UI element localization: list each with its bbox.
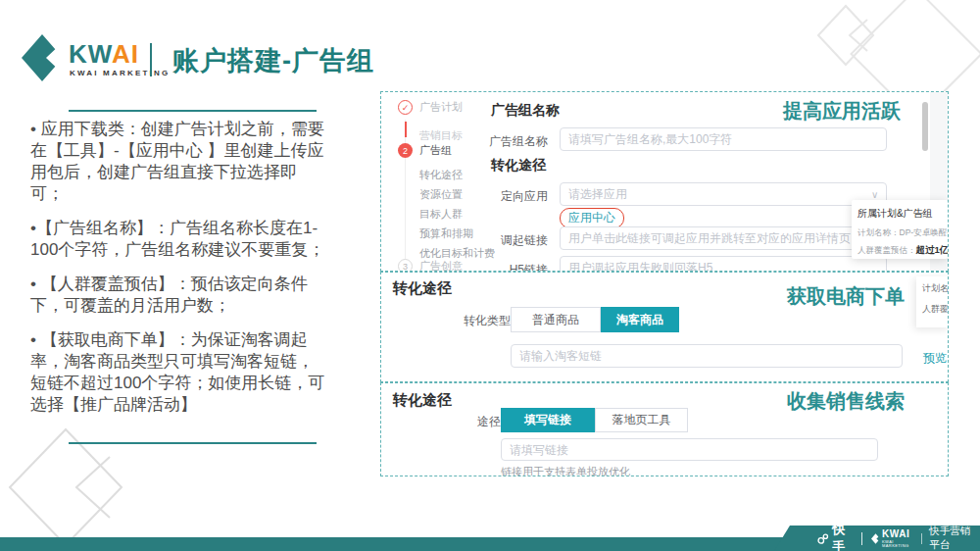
slide: KWAI KWAI MARKETING 账户搭建-广告组 • 应用下载类：创建广… — [0, 0, 980, 551]
option-normal-goods[interactable]: 普通商品 — [511, 307, 601, 332]
step-number-icon: 3 — [398, 259, 413, 272]
conversion-heading: 转化途径 — [491, 157, 546, 175]
plan-card-title: 所属计划&广告组 — [858, 207, 942, 221]
option-landing-page-tool[interactable]: 落地页工具 — [595, 408, 688, 432]
notes-bottom-rule — [69, 442, 317, 444]
logo-kw: KW — [69, 39, 112, 69]
stepper-sub-budget[interactable]: 预算和排期 — [419, 226, 473, 241]
panel-sales-leads: 转化途径 收集销售线索 途径 填写链接 落地页工具 链接用于支持表单投放优化 — [380, 382, 949, 476]
note-bullet: • 【获取电商下单】：为保证淘客调起率，淘客商品类型只可填写淘客短链，短链不超过… — [30, 329, 326, 416]
kwai-icon — [871, 532, 880, 545]
note-bullet: • 应用下载类：创建广告计划之前，需要在【工具】-【应用中心 】里创建上传应用包… — [30, 119, 326, 205]
stepper-rail — [405, 120, 406, 263]
note-bullet: • 【人群覆盖预估】：预估该定向条件下，可覆盖的月活用户数； — [30, 274, 326, 317]
step-label: 广告创意 — [419, 259, 463, 272]
group-name-input[interactable] — [560, 127, 887, 151]
kwai-text: KWAI — [882, 529, 914, 539]
wizard-stepper: ✓ 广告计划 营销目标 2 广告组 转化途径 资源位置 目标人群 预算和排期 优… — [389, 100, 487, 272]
plan-name-label: 计划名称： — [858, 227, 900, 237]
logo-ai: AI — [112, 39, 139, 69]
footer-divider — [861, 532, 862, 545]
panel-ecommerce-order: 转化途径 获取电商下单 计划名 人群覆 转化类型 普通商品 淘客商品 预览 — [380, 272, 949, 382]
step-label: 广告计划 — [419, 100, 463, 115]
header-divider — [150, 43, 152, 76]
stepper-sub-audience[interactable]: 目标人群 — [419, 207, 463, 222]
step-number-icon: 2 — [398, 143, 413, 158]
chevron-outline-decoration — [8, 427, 123, 547]
footer-brand-bar: 快手 KWAI KWAI MARKETING 快手营销平台 — [774, 526, 980, 551]
kwai-logo-icon — [22, 34, 63, 81]
link-helper-text: 链接用于支持表单投放优化 — [501, 465, 630, 476]
h5-link-input[interactable] — [560, 256, 887, 272]
annotation-sales-leads: 收集销售线索 — [787, 388, 905, 415]
plan-card-fragment: 计划名 人群覆 — [916, 276, 949, 327]
audience-value: 超过1亿 — [916, 244, 949, 255]
stepper-sub-marketing-goal[interactable]: 营销目标 — [419, 128, 463, 143]
note-bullet: •【广告组名称】：广告组名称长度在1-100个字符，广告组名称建议不要重复； — [30, 218, 326, 261]
h5-link-label: H5链接 — [479, 262, 548, 272]
platform-name: 快手营销平台 — [929, 525, 980, 551]
conversion-heading: 转化途径 — [393, 391, 452, 410]
group-name-heading: 广告组名称 — [491, 102, 560, 120]
kuaishou-icon — [817, 531, 829, 546]
annotation-ecommerce: 获取电商下单 — [787, 283, 905, 310]
lead-link-input[interactable] — [501, 438, 878, 461]
stepper-step-creative[interactable]: 3 广告创意 — [389, 259, 463, 272]
kwai-logo-text: KWAI — [69, 39, 139, 70]
stepper-sub-conversion[interactable]: 转化途径 — [419, 168, 463, 182]
logo-subtitle: KWAI MARKETING — [70, 69, 170, 77]
footer-divider — [921, 533, 922, 544]
plan-summary-card: 所属计划&广告组 计划名称：DP-安卓唤醒-2.26 人群覆盖预估：超过1亿 — [852, 200, 948, 259]
scrollbar-thumb[interactable] — [922, 102, 928, 151]
chevron-down-icon[interactable]: ∨ — [871, 189, 878, 200]
option-fill-link[interactable]: 填写链接 — [501, 408, 595, 432]
stepper-step-adplan[interactable]: ✓ 广告计划 — [389, 100, 463, 115]
stepper-connector — [405, 122, 407, 137]
conversion-heading: 转化途径 — [393, 279, 452, 298]
app-select[interactable] — [560, 182, 887, 206]
audience-label: 人群覆盖预估： — [858, 245, 916, 255]
option-taoke-goods[interactable]: 淘客商品 — [601, 307, 679, 332]
check-circle-icon: ✓ — [398, 100, 413, 115]
fragment-line: 人群覆 — [922, 303, 949, 316]
app-center-link[interactable]: 应用中心 — [560, 208, 624, 228]
group-name-label: 广告组名称 — [479, 133, 548, 150]
notes-top-rule — [69, 110, 317, 112]
notes-block: • 应用下载类：创建广告计划之前，需要在【工具】-【应用中心 】里创建上传应用包… — [30, 119, 326, 428]
step-label: 广告组 — [419, 143, 452, 158]
kuaishou-wordmark: 快手 — [832, 521, 853, 551]
conversion-type-label: 转化类型 — [442, 313, 511, 329]
app-select-label: 定向应用 — [479, 188, 548, 205]
invoke-link-input[interactable] — [560, 226, 887, 250]
preview-link[interactable]: 预览 — [923, 350, 947, 367]
kwai-subtext: KWAI MARKETING — [882, 540, 914, 548]
panel-app-activation: ✓ 广告计划 营销目标 2 广告组 转化途径 资源位置 目标人群 预算和排期 优… — [380, 91, 949, 272]
taoke-link-input[interactable] — [511, 344, 903, 368]
plan-name-row: 计划名称：DP-安卓唤醒-2.26 — [858, 227, 942, 239]
stepper-sub-placement[interactable]: 资源位置 — [419, 187, 463, 202]
annotation-app-activation: 提高应用活跃 — [783, 98, 901, 125]
page-title: 账户搭建-广告组 — [172, 43, 374, 78]
fragment-line: 计划名 — [922, 282, 949, 295]
plan-name-value: DP-安卓唤醒-2.26 — [900, 227, 949, 237]
path-label: 途径 — [432, 414, 501, 430]
kwai-wordmark: KWAI KWAI MARKETING — [882, 529, 914, 548]
invoke-link-label: 调起链接 — [479, 232, 548, 249]
stepper-step-adgroup[interactable]: 2 广告组 — [389, 143, 452, 158]
audience-row: 人群覆盖预估：超过1亿 — [858, 244, 942, 257]
kuaishou-logo: 快手 — [817, 521, 853, 551]
